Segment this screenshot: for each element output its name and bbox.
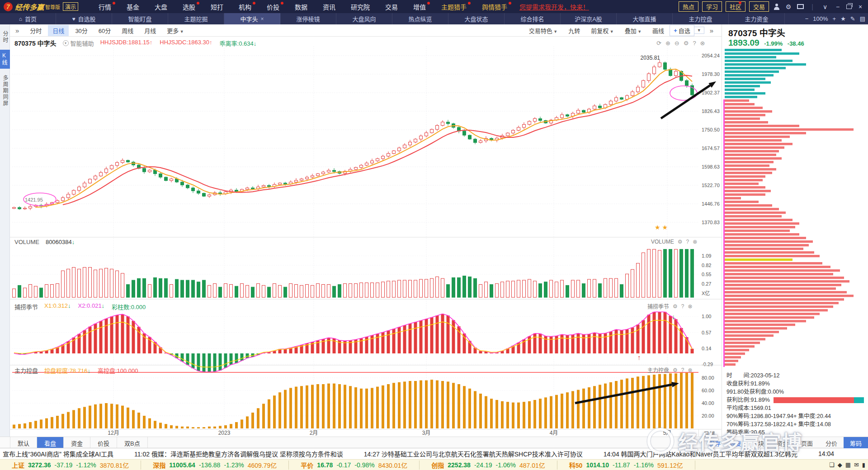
period-button-分时[interactable]: 分时 (25, 25, 46, 36)
panel-tab-页面[interactable]: 页面 (795, 437, 819, 449)
menu-item-数据[interactable]: 数据 (287, 2, 315, 11)
chevron-down-icon[interactable]: ∨ (821, 3, 829, 10)
news-item[interactable]: 14:04 (818, 450, 834, 457)
zoom-out-button[interactable]: − (805, 15, 809, 22)
news-ticker[interactable]: 宣布上线“360AI商店” 将集成全球AI工具11:02 俄媒：泽连斯基拒绝教皇… (0, 448, 868, 459)
workspace-tab-主题挖掘[interactable]: 主题挖掘 (168, 13, 224, 24)
period-button-月线[interactable]: 月线 (140, 25, 160, 36)
quick-button-交易[interactable]: 交易 (749, 1, 769, 12)
period-button-30分[interactable]: 30分 (71, 25, 92, 36)
chart-tool-icon[interactable]: ? (693, 40, 696, 47)
workspace-tab-主力控盘[interactable]: 主力控盘 (673, 13, 729, 24)
workspace-tab-热点纵览[interactable]: 热点纵览 (392, 13, 448, 24)
status-icon[interactable]: ◆ (838, 461, 842, 468)
bottom-tab-看盘[interactable]: 看盘 (37, 437, 64, 448)
panel-tab-筹码[interactable]: 筹码 (844, 437, 868, 449)
status-icon[interactable]: ▦ (845, 461, 851, 468)
toolbar-button-画线[interactable]: 画线 (648, 25, 669, 36)
bottom-tab-价投[interactable]: 价投 (90, 437, 117, 448)
star-icon[interactable]: ★ (840, 15, 846, 22)
chart-tool-icon[interactable]: ⊕ (665, 40, 670, 47)
workspace-tab-自选股[interactable]: ♥自选股 (56, 13, 112, 24)
toolbar-button-九转[interactable]: 九转 (564, 25, 585, 36)
watchlist-caret[interactable]: ▼ (694, 27, 704, 34)
minimize-button[interactable]: − (834, 3, 842, 10)
chart-tool-icon[interactable]: ⟳ (656, 40, 661, 47)
close-tab-icon[interactable]: × (261, 16, 264, 22)
expand-toolbar-button[interactable]: » (705, 25, 718, 36)
menu-item-资讯[interactable]: 资讯 (315, 2, 343, 11)
status-icon[interactable]: ✉ (854, 461, 859, 468)
layout-icon[interactable] (797, 4, 804, 9)
menu-item-基金[interactable]: 基金 (119, 2, 147, 11)
toolbar-button-前复权[interactable]: 前复权 ▼ (586, 25, 618, 36)
menu-item-主题猎手[interactable]: 主题猎手 (434, 2, 474, 11)
bottom-tab-双B点[interactable]: 双B点 (117, 437, 148, 448)
collapse-toolbar-button[interactable]: » (11, 25, 24, 36)
quick-button-社区[interactable]: 社区 (726, 1, 745, 12)
menu-item-选股[interactable]: 选股 (175, 2, 203, 11)
panel-tab-资金[interactable]: 资金 (770, 437, 795, 449)
panel-tab-分价[interactable]: 分价 (819, 437, 844, 449)
smart-assist-toggle[interactable]: ▾ 智能辅助 (63, 39, 94, 47)
bottom-tab-默认[interactable]: 默认 (10, 437, 37, 448)
pane-icon[interactable]: ⊗ (693, 239, 697, 245)
quick-button-热点[interactable]: 热点 (679, 1, 698, 12)
period-button-60分[interactable]: 60分 (94, 25, 115, 36)
workspace-tab-大咖直播[interactable]: 大咖直播 (617, 13, 673, 24)
panel-tab-板块[interactable]: 板块 (746, 437, 770, 449)
workspace-tab-综合排名[interactable]: 综合排名 (505, 13, 561, 24)
toolbar-button-叠加[interactable]: 叠加 ▼ (620, 25, 646, 36)
workspace-tab-沪深京A股[interactable]: 沪深京A股 (561, 13, 617, 24)
workspace-tab-中字头[interactable]: 中字头× (224, 13, 280, 24)
status-icon[interactable]: ▮ (862, 461, 865, 468)
chart-tool-icon[interactable]: ⚙ (684, 40, 689, 47)
pane-icon[interactable]: ? (686, 239, 689, 245)
pane-icon[interactable]: ? (681, 303, 684, 310)
promo-link[interactable]: 您提需求我开发，快来！ (519, 2, 589, 11)
restore-layout-link[interactable]: 恢复 (725, 439, 746, 447)
news-item[interactable]: 11:02 俄媒：泽连斯基拒绝教皇方济各调解俄乌提议 坚称须按乌方条件和谈 (134, 449, 343, 458)
pane-icon[interactable]: ⊗ (688, 303, 692, 310)
save-layout-link[interactable]: 保存 (704, 439, 725, 447)
menu-item-研究院[interactable]: 研究院 (343, 2, 377, 11)
pen-icon[interactable]: ✎ (850, 15, 855, 22)
workspace-tab-主力资金[interactable]: 主力资金 (729, 13, 785, 24)
workspace-tab-首页[interactable]: ⌂首页 (0, 13, 56, 24)
period-button-更多[interactable]: 更多 ▼ (162, 25, 188, 36)
news-item[interactable]: 宣布上线“360AI商店” 将集成全球AI工具 (3, 449, 113, 458)
bottom-tab-资金[interactable]: 资金 (64, 437, 90, 448)
period-button-日线[interactable]: 日线 (48, 25, 69, 36)
rail-item-分时[interactable]: 分时 (1, 31, 9, 43)
pane-icon[interactable]: ⚙ (678, 239, 683, 245)
zoom-in-button[interactable]: + (833, 15, 836, 22)
pane-icon[interactable]: ⚙ (673, 303, 678, 310)
toolbar-button-交易特色[interactable]: 交易特色 ▼ (524, 25, 562, 36)
workspace-tab-涨停棱镜[interactable]: 涨停棱镜 (280, 13, 336, 24)
menu-item-行情[interactable]: 行情 (91, 2, 119, 11)
menu-item-价投[interactable]: 价投 (259, 2, 287, 11)
rail-item-多周期同屏[interactable]: 多周期同屏 (1, 75, 9, 107)
restore-button[interactable] (846, 5, 852, 9)
gear-icon[interactable]: ⚙ (784, 3, 793, 10)
status-icon[interactable]: ❏ (829, 461, 835, 468)
chip-distribution-chart[interactable] (723, 49, 868, 371)
close-button[interactable]: × (856, 3, 864, 10)
menu-item-舆情猎手[interactable]: 舆情猎手 (474, 2, 515, 11)
news-item[interactable]: 14:27 沙特基础工业公司与北京航天石化签署航天热解SHCP技术准入许可协议 (364, 449, 583, 458)
workspace-tab-大盘风向[interactable]: 大盘风向 (336, 13, 392, 24)
pane-icon[interactable]: ⊗ (688, 367, 692, 373)
workspace-tab-智能盯盘[interactable]: 智能盯盘 (112, 13, 168, 24)
quick-button-学习[interactable]: 学习 (702, 1, 722, 12)
menu-item-交易[interactable]: 交易 (377, 2, 406, 11)
pane-icon[interactable]: ? (681, 367, 684, 373)
menu-item-短打[interactable]: 短打 (203, 2, 231, 11)
menu-item-大盘[interactable]: 大盘 (147, 2, 175, 11)
period-button-周线[interactable]: 周线 (117, 25, 138, 36)
menu-item-机构[interactable]: 机构 (231, 2, 259, 11)
chart-tool-icon[interactable]: ⊖ (675, 40, 679, 47)
layout-grid-icon[interactable]: ▤ (860, 15, 865, 22)
chart-tool-icon[interactable]: ⊗ (700, 40, 705, 47)
workspace-tab-大盘状态[interactable]: 大盘状态 (448, 13, 505, 24)
menu-item-增值[interactable]: 增值 (406, 2, 434, 11)
